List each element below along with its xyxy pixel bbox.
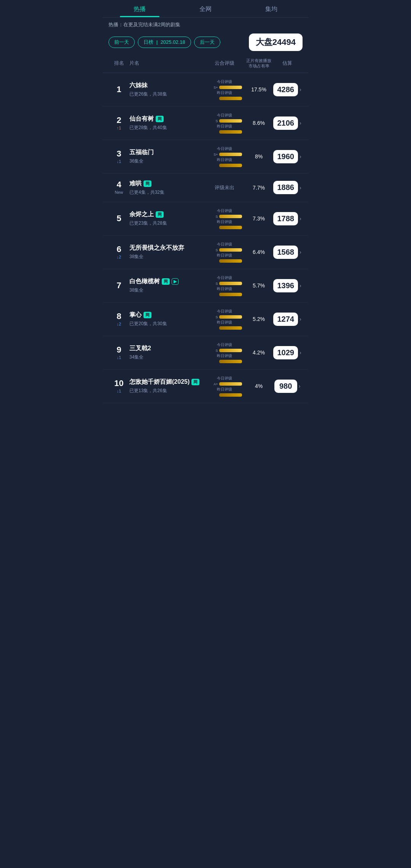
date-button[interactable]: 日榜 | 2025.02.18 (138, 37, 191, 48)
chevron-right-icon: › (299, 316, 301, 322)
rank-change: ↓2 (108, 322, 129, 326)
yesterday-label: 昨日评级 (217, 124, 232, 129)
column-headers: 排名 片名 云合评级 正片有效播放市场占有率 估算 (103, 54, 308, 73)
rank-number: 8 (108, 312, 129, 321)
today-label: 今日评级 (217, 208, 232, 214)
today-bar (219, 153, 242, 156)
today-bar (219, 215, 242, 218)
tag-net: 网 (191, 379, 199, 385)
show-subtitle: 已更23集，共28集 (129, 220, 204, 227)
next-day-button[interactable]: 后一天 (194, 37, 220, 48)
market-col: 5.7% (245, 282, 272, 289)
rank-change: ↓1 (108, 355, 129, 360)
rank-number: 5 (108, 214, 129, 223)
today-label: 今日评级 (217, 309, 232, 314)
rating-bars: 今日评级 S 昨日评级 (204, 242, 245, 263)
name-col: 白色橄榄树网▶ 38集全 (129, 278, 204, 294)
yesterday-bar (219, 293, 242, 296)
est-value: 1568 (273, 246, 298, 259)
table-row[interactable]: 7 白色橄榄树网▶ 38集全 今日评级 S 昨日评级 (103, 269, 308, 303)
rank-number: 4 (108, 180, 129, 189)
est-col[interactable]: 980 › (272, 380, 303, 393)
rank-col: 9 ↓1 (108, 346, 129, 360)
today-label: 今日评级 (217, 376, 232, 381)
rank-number: 3 (108, 150, 129, 158)
market-col: 4.2% (245, 349, 272, 356)
show-title: 六姊妹 (129, 81, 204, 89)
rating-col: 今日评级 A+ 昨日评级 (204, 376, 245, 397)
yesterday-label: 昨日评级 (217, 219, 232, 225)
today-bar (219, 382, 242, 386)
rank-number: 1 (108, 85, 129, 94)
today-grade-label: A+ (207, 382, 218, 386)
est-col[interactable]: 1274 › (272, 313, 303, 326)
yesterday-bar (219, 130, 242, 134)
today-grade-label: S (207, 315, 218, 319)
est-col[interactable]: 1886 › (272, 181, 303, 194)
rank-change-new: New (108, 190, 129, 195)
prev-day-button[interactable]: 前一天 (108, 37, 135, 48)
yesterday-bar (219, 326, 242, 330)
yesterday-bar (219, 393, 242, 397)
tag-net: 网 (156, 211, 164, 218)
table-row[interactable]: 3 ↓1 五福临门 36集全 今日评级 S+ 昨日评级 (103, 140, 308, 174)
rating-bars: 今日评级 S 昨日评级 (204, 275, 245, 296)
date-separator: | (156, 39, 159, 45)
today-bar (219, 248, 242, 252)
col-market-header: 正片有效播放市场占有率 (245, 58, 272, 69)
nav-bar: 前一天 日榜 | 2025.02.18 后一天 大盘24494 (103, 30, 308, 54)
rating-bars: 今日评级 A+ 昨日评级 (204, 376, 245, 397)
table-row[interactable]: 5 余烬之上网 已更23集，共28集 今日评级 S 昨日评级 (103, 202, 308, 236)
chevron-right-icon: › (299, 120, 301, 126)
tab-avg[interactable]: 集均 (239, 0, 304, 17)
today-bar-row: S (204, 282, 245, 286)
est-col[interactable]: 1029 › (272, 346, 303, 359)
name-col: 无所畏惧之永不放弃 38集全 (129, 244, 204, 260)
est-col[interactable]: 1396 › (272, 279, 303, 292)
chevron-right-icon: › (299, 349, 301, 356)
rank-col: 10 ↓1 (108, 379, 129, 393)
est-col[interactable]: 2106 › (272, 116, 303, 130)
table-row[interactable]: 2 ↑1 仙台有树网 已更28集，共40集 今日评级 S 昨日评级 (103, 107, 308, 140)
rank-col: 7 (108, 281, 129, 290)
rating-bars: 今日评级 S+ 昨日评级 (204, 79, 245, 100)
yesterday-bar-row (204, 360, 245, 363)
rating-col: 今日评级 S+ 昨日评级 (204, 146, 245, 167)
yesterday-bar-row (204, 130, 245, 134)
est-col[interactable]: 1788 › (272, 212, 303, 225)
rating-bars: 今日评级 S 昨日评级 (204, 342, 245, 363)
table-row[interactable]: 1 六姊妹 已更26集，共38集 今日评级 S+ 昨日评级 (103, 73, 308, 107)
rank-col: 5 (108, 214, 129, 223)
today-bar (219, 86, 242, 89)
show-subtitle: 已更20集，共30集 (129, 321, 204, 327)
table-row[interactable]: 10 ↓1 怎敌她千娇百媚(2025)网 已更13集，共26集 今日评级 A+ … (103, 370, 308, 403)
table-row[interactable]: 9 ↓1 三叉戟2 34集全 今日评级 S 昨日评级 (103, 336, 308, 370)
table-row[interactable]: 6 ↓2 无所畏惧之永不放弃 38集全 今日评级 S 昨日评级 (103, 236, 308, 269)
today-grade-label: S+ (207, 86, 218, 89)
rating-bars: 今日评级 S 昨日评级 (204, 309, 245, 330)
name-col: 余烬之上网 已更23集，共28集 (129, 211, 204, 227)
col-est-header: 估算 (272, 60, 303, 67)
yesterday-label: 昨日评级 (217, 387, 232, 392)
est-value: 1886 (273, 181, 298, 194)
rating-bars: 今日评级 S 昨日评级 (204, 113, 245, 134)
rank-number: 2 (108, 116, 129, 124)
est-value: 1274 (273, 313, 298, 326)
today-bar-row: S (204, 315, 245, 319)
est-col[interactable]: 1568 › (272, 246, 303, 259)
est-col[interactable]: 1960 › (272, 150, 303, 163)
yesterday-bar (219, 360, 242, 363)
show-title: 无所畏惧之永不放弃 (129, 244, 204, 252)
tab-all[interactable]: 全网 (172, 0, 238, 17)
est-value: 2106 (273, 116, 298, 130)
chevron-right-icon: › (299, 215, 301, 222)
rating-bars: 今日评级 S 昨日评级 (204, 208, 245, 229)
today-grade-label: S (207, 215, 218, 219)
est-col[interactable]: 4286 › (272, 83, 303, 96)
tab-hot[interactable]: 热播 (107, 0, 172, 17)
table-row[interactable]: 4 New 难哄网 已更4集，共32集 评级未出 7.7% 1886 › (103, 174, 308, 202)
tag-net: 网 (156, 116, 164, 122)
rank-number: 10 (108, 379, 129, 388)
market-col: 4% (245, 383, 272, 389)
table-row[interactable]: 8 ↓2 掌心网 已更20集，共30集 今日评级 S 昨日评级 (103, 303, 308, 336)
